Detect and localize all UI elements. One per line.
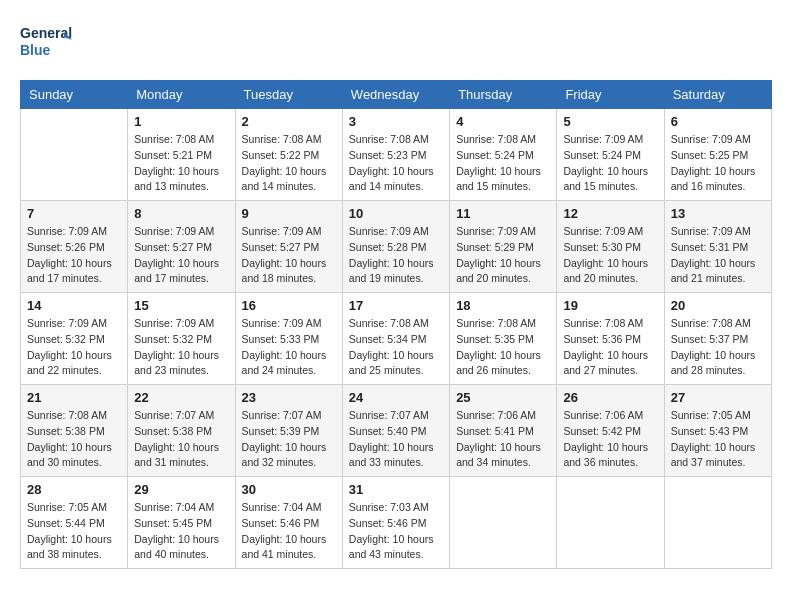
calendar-day-cell: 12 Sunrise: 7:09 AM Sunset: 5:30 PM Dayl… (557, 201, 664, 293)
sunset-text: Sunset: 5:42 PM (563, 425, 641, 437)
calendar-day-cell: 31 Sunrise: 7:03 AM Sunset: 5:46 PM Dayl… (342, 477, 449, 569)
day-number: 27 (671, 390, 765, 405)
calendar-day-cell: 16 Sunrise: 7:09 AM Sunset: 5:33 PM Dayl… (235, 293, 342, 385)
daylight-text: Daylight: 10 hours and 28 minutes. (671, 349, 756, 377)
day-number: 5 (563, 114, 657, 129)
daylight-text: Daylight: 10 hours and 17 minutes. (27, 257, 112, 285)
sunrise-text: Sunrise: 7:08 AM (456, 317, 536, 329)
sunset-text: Sunset: 5:24 PM (456, 149, 534, 161)
day-number: 1 (134, 114, 228, 129)
calendar-week-row: 14 Sunrise: 7:09 AM Sunset: 5:32 PM Dayl… (21, 293, 772, 385)
calendar-day-cell (557, 477, 664, 569)
calendar-day-cell: 27 Sunrise: 7:05 AM Sunset: 5:43 PM Dayl… (664, 385, 771, 477)
day-info: Sunrise: 7:09 AM Sunset: 5:27 PM Dayligh… (134, 224, 228, 287)
sunrise-text: Sunrise: 7:09 AM (563, 133, 643, 145)
daylight-text: Daylight: 10 hours and 27 minutes. (563, 349, 648, 377)
weekday-header-tuesday: Tuesday (235, 81, 342, 109)
day-info: Sunrise: 7:08 AM Sunset: 5:24 PM Dayligh… (456, 132, 550, 195)
day-info: Sunrise: 7:08 AM Sunset: 5:37 PM Dayligh… (671, 316, 765, 379)
sunset-text: Sunset: 5:27 PM (134, 241, 212, 253)
sunrise-text: Sunrise: 7:07 AM (349, 409, 429, 421)
calendar-day-cell: 26 Sunrise: 7:06 AM Sunset: 5:42 PM Dayl… (557, 385, 664, 477)
calendar-day-cell: 9 Sunrise: 7:09 AM Sunset: 5:27 PM Dayli… (235, 201, 342, 293)
daylight-text: Daylight: 10 hours and 25 minutes. (349, 349, 434, 377)
day-info: Sunrise: 7:06 AM Sunset: 5:42 PM Dayligh… (563, 408, 657, 471)
day-number: 2 (242, 114, 336, 129)
sunrise-text: Sunrise: 7:09 AM (456, 225, 536, 237)
day-number: 14 (27, 298, 121, 313)
day-info: Sunrise: 7:08 AM Sunset: 5:23 PM Dayligh… (349, 132, 443, 195)
sunset-text: Sunset: 5:44 PM (27, 517, 105, 529)
calendar-day-cell: 11 Sunrise: 7:09 AM Sunset: 5:29 PM Dayl… (450, 201, 557, 293)
weekday-header-thursday: Thursday (450, 81, 557, 109)
sunset-text: Sunset: 5:23 PM (349, 149, 427, 161)
sunrise-text: Sunrise: 7:05 AM (27, 501, 107, 513)
daylight-text: Daylight: 10 hours and 22 minutes. (27, 349, 112, 377)
day-number: 18 (456, 298, 550, 313)
day-info: Sunrise: 7:04 AM Sunset: 5:45 PM Dayligh… (134, 500, 228, 563)
sunrise-text: Sunrise: 7:06 AM (456, 409, 536, 421)
sunset-text: Sunset: 5:31 PM (671, 241, 749, 253)
day-info: Sunrise: 7:05 AM Sunset: 5:43 PM Dayligh… (671, 408, 765, 471)
daylight-text: Daylight: 10 hours and 43 minutes. (349, 533, 434, 561)
sunset-text: Sunset: 5:46 PM (349, 517, 427, 529)
day-number: 10 (349, 206, 443, 221)
logo: GeneralBlue (20, 20, 72, 64)
daylight-text: Daylight: 10 hours and 33 minutes. (349, 441, 434, 469)
daylight-text: Daylight: 10 hours and 36 minutes. (563, 441, 648, 469)
daylight-text: Daylight: 10 hours and 14 minutes. (349, 165, 434, 193)
sunrise-text: Sunrise: 7:07 AM (242, 409, 322, 421)
calendar-week-row: 28 Sunrise: 7:05 AM Sunset: 5:44 PM Dayl… (21, 477, 772, 569)
daylight-text: Daylight: 10 hours and 20 minutes. (563, 257, 648, 285)
sunrise-text: Sunrise: 7:09 AM (671, 133, 751, 145)
calendar-week-row: 1 Sunrise: 7:08 AM Sunset: 5:21 PM Dayli… (21, 109, 772, 201)
day-info: Sunrise: 7:09 AM Sunset: 5:29 PM Dayligh… (456, 224, 550, 287)
calendar-day-cell: 1 Sunrise: 7:08 AM Sunset: 5:21 PM Dayli… (128, 109, 235, 201)
day-number: 8 (134, 206, 228, 221)
sunrise-text: Sunrise: 7:08 AM (242, 133, 322, 145)
daylight-text: Daylight: 10 hours and 26 minutes. (456, 349, 541, 377)
calendar-day-cell: 18 Sunrise: 7:08 AM Sunset: 5:35 PM Dayl… (450, 293, 557, 385)
day-number: 20 (671, 298, 765, 313)
day-number: 31 (349, 482, 443, 497)
daylight-text: Daylight: 10 hours and 38 minutes. (27, 533, 112, 561)
weekday-header-saturday: Saturday (664, 81, 771, 109)
day-info: Sunrise: 7:07 AM Sunset: 5:40 PM Dayligh… (349, 408, 443, 471)
sunset-text: Sunset: 5:43 PM (671, 425, 749, 437)
day-info: Sunrise: 7:09 AM Sunset: 5:24 PM Dayligh… (563, 132, 657, 195)
day-info: Sunrise: 7:08 AM Sunset: 5:35 PM Dayligh… (456, 316, 550, 379)
day-number: 7 (27, 206, 121, 221)
sunrise-text: Sunrise: 7:08 AM (349, 133, 429, 145)
day-info: Sunrise: 7:08 AM Sunset: 5:22 PM Dayligh… (242, 132, 336, 195)
day-info: Sunrise: 7:09 AM Sunset: 5:33 PM Dayligh… (242, 316, 336, 379)
calendar-day-cell (21, 109, 128, 201)
weekday-header-row: SundayMondayTuesdayWednesdayThursdayFrid… (21, 81, 772, 109)
sunset-text: Sunset: 5:38 PM (27, 425, 105, 437)
day-info: Sunrise: 7:04 AM Sunset: 5:46 PM Dayligh… (242, 500, 336, 563)
calendar-table: SundayMondayTuesdayWednesdayThursdayFrid… (20, 80, 772, 569)
daylight-text: Daylight: 10 hours and 14 minutes. (242, 165, 327, 193)
sunrise-text: Sunrise: 7:09 AM (242, 317, 322, 329)
daylight-text: Daylight: 10 hours and 13 minutes. (134, 165, 219, 193)
sunset-text: Sunset: 5:28 PM (349, 241, 427, 253)
sunrise-text: Sunrise: 7:03 AM (349, 501, 429, 513)
calendar-day-cell: 14 Sunrise: 7:09 AM Sunset: 5:32 PM Dayl… (21, 293, 128, 385)
sunset-text: Sunset: 5:35 PM (456, 333, 534, 345)
sunset-text: Sunset: 5:39 PM (242, 425, 320, 437)
day-number: 21 (27, 390, 121, 405)
sunset-text: Sunset: 5:38 PM (134, 425, 212, 437)
daylight-text: Daylight: 10 hours and 32 minutes. (242, 441, 327, 469)
sunset-text: Sunset: 5:29 PM (456, 241, 534, 253)
sunrise-text: Sunrise: 7:08 AM (456, 133, 536, 145)
calendar-day-cell: 15 Sunrise: 7:09 AM Sunset: 5:32 PM Dayl… (128, 293, 235, 385)
calendar-day-cell: 21 Sunrise: 7:08 AM Sunset: 5:38 PM Dayl… (21, 385, 128, 477)
calendar-day-cell: 5 Sunrise: 7:09 AM Sunset: 5:24 PM Dayli… (557, 109, 664, 201)
sunset-text: Sunset: 5:45 PM (134, 517, 212, 529)
sunrise-text: Sunrise: 7:09 AM (349, 225, 429, 237)
day-number: 26 (563, 390, 657, 405)
calendar-day-cell: 28 Sunrise: 7:05 AM Sunset: 5:44 PM Dayl… (21, 477, 128, 569)
sunset-text: Sunset: 5:27 PM (242, 241, 320, 253)
calendar-week-row: 21 Sunrise: 7:08 AM Sunset: 5:38 PM Dayl… (21, 385, 772, 477)
calendar-day-cell: 20 Sunrise: 7:08 AM Sunset: 5:37 PM Dayl… (664, 293, 771, 385)
sunrise-text: Sunrise: 7:09 AM (134, 225, 214, 237)
